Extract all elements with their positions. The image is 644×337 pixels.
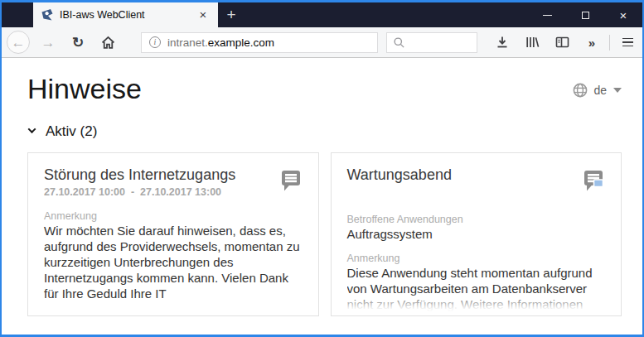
titlebar: IBI-aws WebClient × + × — [2, 2, 642, 27]
search-icon — [393, 36, 405, 49]
info-icon[interactable]: i — [149, 36, 161, 48]
tab-strip: IBI-aws WebClient × + — [33, 2, 245, 27]
page-title: Hinweise — [27, 73, 142, 105]
overflow-menu-button[interactable]: » — [580, 31, 603, 54]
nav-toolbar: ← → ↻ i intranet.example.com — [2, 27, 642, 58]
chevron-down-icon — [28, 125, 36, 133]
field-text-truncated: Diese Anwendung steht momentan aufgrund … — [347, 265, 606, 312]
chevron-down-icon — [613, 88, 622, 93]
page-header: Hinweise de — [27, 70, 622, 105]
tab-close-icon[interactable]: × — [196, 7, 211, 22]
url-subdomain: intranet. — [167, 36, 208, 49]
forward-icon: → — [41, 36, 56, 50]
hamburger-icon — [622, 38, 633, 47]
card-title: Störung des Internetzugangs — [44, 166, 235, 184]
card-date-range: 27.10.2017 10:00 - 27.10.2017 13:00 — [44, 186, 235, 198]
maximize-icon — [582, 12, 589, 19]
back-button[interactable]: ← — [7, 31, 30, 54]
tab-ibi-aws-webclient[interactable]: IBI-aws WebClient × — [33, 2, 218, 27]
notice-cards: Störung des Internetzugangs 27.10.2017 1… — [27, 152, 622, 316]
sidebar-icon — [555, 36, 569, 49]
search-input[interactable] — [386, 32, 477, 53]
maximize-button[interactable] — [566, 2, 604, 27]
section-header-aktiv[interactable]: Aktiv (2) — [27, 123, 622, 140]
card-title: Wartungsabend — [347, 166, 452, 184]
back-icon: ← — [7, 31, 30, 54]
reload-icon: ↻ — [72, 36, 84, 50]
forward-button[interactable]: → — [36, 31, 60, 54]
favicon-icon — [41, 8, 54, 22]
url-domain: example.com — [208, 36, 274, 49]
download-icon — [496, 36, 509, 49]
new-tab-button[interactable]: + — [218, 2, 245, 27]
menu-button[interactable] — [616, 31, 639, 54]
globe-icon — [572, 82, 588, 99]
window-controls: × — [528, 2, 642, 27]
field-label: Anmerkung — [347, 253, 606, 264]
card-title-block: Störung des Internetzugangs 27.10.2017 1… — [44, 166, 235, 198]
downloads-button[interactable] — [491, 31, 514, 54]
minimize-icon — [543, 15, 552, 16]
browser-window: IBI-aws WebClient × + × ← → ↻ i — [0, 0, 644, 337]
message-attachment-icon — [582, 168, 605, 193]
home-icon — [101, 36, 115, 50]
toolbar-separator — [609, 35, 610, 51]
library-button[interactable] — [521, 31, 544, 54]
close-icon: × — [620, 9, 627, 22]
card-header: Wartungsabend — [347, 166, 606, 193]
language-selector[interactable]: de — [572, 82, 622, 99]
close-button[interactable]: × — [604, 2, 642, 27]
section-label: Aktiv (2) — [46, 123, 97, 140]
field-text: Auftragssystem — [347, 226, 606, 242]
sidebar-toggle-button[interactable] — [550, 31, 574, 54]
field-label: Anmerkung — [44, 210, 303, 222]
reload-button[interactable]: ↻ — [66, 31, 90, 54]
notice-card-wartungsabend[interactable]: Wartungsabend Betroffene Anwendungen Auf… — [331, 152, 622, 316]
minimize-button[interactable] — [528, 2, 566, 27]
page-content: Hinweise de Aktiv (2) Stö — [2, 58, 642, 335]
field-text: Wir möchten Sie darauf hinweisen, dass e… — [44, 223, 303, 301]
message-icon — [279, 168, 303, 193]
language-code: de — [593, 84, 607, 97]
library-icon — [525, 36, 540, 49]
field-label: Betroffene Anwendungen — [347, 214, 606, 225]
card-header: Störung des Internetzugangs 27.10.2017 1… — [44, 166, 303, 198]
url-text[interactable]: intranet.example.com — [167, 36, 274, 49]
home-button[interactable] — [96, 31, 119, 54]
tab-title: IBI-aws WebClient — [60, 9, 190, 21]
notice-card-internetzugang[interactable]: Störung des Internetzugangs 27.10.2017 1… — [27, 152, 319, 316]
url-bar[interactable]: i intranet.example.com — [141, 32, 378, 53]
overflow-icon: » — [588, 36, 595, 50]
